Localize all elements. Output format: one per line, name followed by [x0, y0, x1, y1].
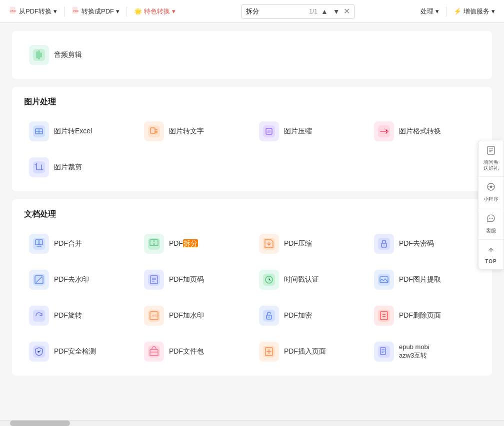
search-next-button[interactable]: ▼ — [332, 6, 342, 16]
right-sidebar: 填问卷送好礼 小程序 客服 TOP — [478, 140, 504, 270]
img-compress-label: 图片压缩 — [284, 127, 312, 136]
miniprogram-icon — [486, 182, 496, 194]
timestamp-label: 时间戳认证 — [284, 275, 319, 284]
divider-1 — [64, 6, 64, 16]
img-format-icon — [374, 121, 394, 141]
img-to-text-item[interactable]: 图片转文字 — [139, 117, 250, 145]
search-highlight: 拆分 — [183, 239, 198, 247]
pdf-merge-icon — [29, 234, 49, 254]
svg-rect-26 — [378, 238, 390, 250]
toolbar-special[interactable]: 🌟 特色转换 ▾ — [129, 5, 180, 18]
divider-3 — [446, 6, 446, 16]
customer-service-button[interactable]: 客服 — [478, 208, 504, 240]
questionnaire-label: 填问卷送好礼 — [484, 159, 498, 171]
search-close-button[interactable]: ✕ — [344, 6, 350, 16]
pdf-compress-icon — [259, 234, 279, 254]
pdf-delete-page-item[interactable]: PDF删除页面 — [369, 302, 480, 330]
toolbar-from-pdf[interactable]: PDF 从PDF转换 ▾ — [4, 4, 62, 18]
dropdown-arrow-icon-2: ▾ — [116, 7, 120, 15]
from-pdf-icon: PDF — [9, 6, 17, 16]
search-bar[interactable]: 1/1 ▲ ▼ ✕ — [242, 4, 354, 19]
img-to-excel-item[interactable]: 图片转Excel — [24, 117, 135, 145]
pdf-split-item[interactable]: PDF拆分 — [139, 230, 250, 258]
doc-section-title: 文档处理 — [24, 209, 480, 220]
pdf-encrypt-icon — [259, 306, 279, 326]
pdf-decrypt-item[interactable]: PDF去密码 — [369, 230, 480, 258]
pdf-security-item[interactable]: PDF安全检测 — [24, 338, 135, 366]
pdf-split-icon — [144, 234, 164, 254]
miniprogram-label: 小程序 — [484, 196, 498, 203]
divider-2 — [126, 6, 127, 16]
svg-rect-16 — [268, 130, 270, 133]
pdf-rotate-item[interactable]: PDF旋转 — [24, 302, 135, 330]
pdf-encrypt-item[interactable]: PDF加密 — [254, 302, 365, 330]
timestamp-item[interactable]: 时间戳认证 — [254, 266, 365, 294]
svg-text:PDF: PDF — [10, 9, 16, 12]
customer-service-label: 客服 — [486, 227, 496, 234]
pdf-img-extract-item[interactable]: PDF图片提取 — [369, 266, 480, 294]
miniprogram-button[interactable]: 小程序 — [478, 177, 504, 208]
pdf-page-num-item[interactable]: PDF加页码 — [139, 266, 250, 294]
pdf-watermark-add-item[interactable]: 水印 PDF加水印 — [139, 302, 250, 330]
pdf-watermark-add-icon: 水印 — [144, 306, 164, 326]
img-crop-icon — [29, 157, 49, 177]
img-to-text-icon — [144, 121, 164, 141]
value-icon: ⚡ — [454, 7, 462, 15]
pdf-decrypt-label: PDF去密码 — [399, 239, 434, 248]
pdf-security-label: PDF安全检测 — [54, 347, 96, 356]
pdf-compress-item[interactable]: PDF压缩 — [254, 230, 365, 258]
search-result-count: 1/1 — [309, 8, 318, 15]
img-crop-label: 图片裁剪 — [54, 163, 82, 172]
pdf-watermark-remove-icon — [29, 270, 49, 290]
svg-text:PDF: PDF — [73, 9, 79, 12]
pdf-insert-page-label: PDF插入页面 — [284, 347, 326, 356]
pdf-watermark-add-label: PDF加水印 — [169, 311, 204, 320]
img-format-item[interactable]: 图片格式转换 — [369, 117, 480, 145]
dropdown-arrow-icon-5: ▾ — [492, 7, 495, 15]
pdf-page-num-icon — [144, 270, 164, 290]
doc-items-grid: PDF合并 PDF拆分 PDF压缩 PDF去密 — [24, 230, 480, 366]
pdf-security-icon — [29, 342, 49, 362]
image-section: 图片处理 图片转Excel 图片转文字 图片压缩 — [12, 87, 492, 191]
svg-point-69 — [490, 186, 492, 188]
pdf-img-extract-label: PDF图片提取 — [399, 275, 441, 284]
customer-service-icon — [486, 213, 496, 226]
dropdown-arrow-icon: ▾ — [54, 7, 57, 15]
toolbar-to-pdf[interactable]: PDF 转换成PDF ▾ — [66, 4, 124, 18]
pdf-split-label: PDF拆分 — [169, 239, 198, 248]
pdf-insert-page-icon — [259, 342, 279, 362]
top-button[interactable]: TOP — [478, 240, 504, 269]
search-input[interactable] — [246, 7, 306, 15]
audio-section: 音频剪辑 — [12, 31, 492, 79]
svg-rect-9 — [148, 125, 160, 137]
epub-mobi-item[interactable]: epub mobiazw3互转 — [369, 338, 480, 366]
questionnaire-icon — [486, 145, 496, 158]
pdf-page-num-label: PDF加页码 — [169, 275, 204, 284]
img-compress-item[interactable]: 图片压缩 — [254, 117, 365, 145]
search-prev-button[interactable]: ▲ — [320, 6, 330, 16]
toolbar: PDF 从PDF转换 ▾ PDF 转换成PDF ▾ 🌟 特色转换 ▾ 1/1 ▲… — [0, 0, 504, 23]
audio-clip-label: 音频剪辑 — [54, 50, 82, 59]
search-nav: 1/1 ▲ ▼ ✕ — [309, 6, 350, 16]
toolbar-doc-process[interactable]: 处理 ▾ — [416, 5, 444, 18]
pdf-insert-page-item[interactable]: PDF插入页面 — [254, 338, 365, 366]
audio-clip-item[interactable]: 音频剪辑 — [24, 41, 480, 69]
pdf-watermark-remove-label: PDF去水印 — [54, 275, 89, 284]
pdf-img-extract-icon — [374, 270, 394, 290]
special-icon: 🌟 — [134, 7, 142, 15]
to-pdf-icon: PDF — [72, 6, 80, 16]
img-crop-item[interactable]: 图片裁剪 — [24, 153, 135, 181]
pdf-package-item[interactable]: PDF文件包 — [139, 338, 250, 366]
pdf-delete-page-icon — [374, 306, 394, 326]
image-items-grid: 图片转Excel 图片转文字 图片压缩 图片格式转换 — [24, 117, 480, 181]
pdf-delete-page-label: PDF删除页面 — [399, 311, 441, 320]
questionnaire-button[interactable]: 填问卷送好礼 — [478, 140, 504, 177]
top-arrow-icon — [486, 245, 496, 257]
top-label: TOP — [485, 259, 496, 264]
pdf-merge-item[interactable]: PDF合并 — [24, 230, 135, 258]
toolbar-value-service[interactable]: ⚡ 增值服务 ▾ — [448, 5, 500, 18]
audio-clip-icon — [29, 45, 49, 65]
pdf-watermark-remove-item[interactable]: PDF去水印 — [24, 266, 135, 294]
timestamp-icon — [259, 270, 279, 290]
pdf-merge-label: PDF合并 — [54, 239, 82, 248]
